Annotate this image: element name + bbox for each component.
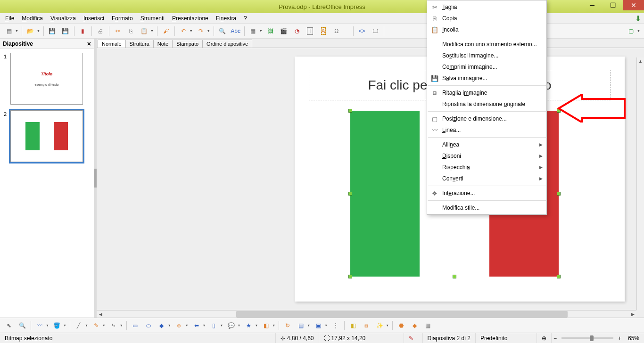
- rotate-tool[interactable]: ↻: [281, 319, 294, 332]
- menu-view[interactable]: Visualizza: [47, 14, 79, 23]
- ctx-edit-external[interactable]: Modifica con uno strumento esterno...: [427, 39, 546, 50]
- glue-tool[interactable]: ◆: [408, 319, 421, 332]
- fill-color-tool[interactable]: 🪣: [51, 319, 63, 332]
- slide-thumb-2[interactable]: 2: [4, 110, 90, 162]
- ctx-compress-image[interactable]: Comprimi immagine...: [427, 61, 546, 73]
- menu-insert[interactable]: Inserisci: [80, 14, 107, 23]
- horizontal-scrollbar[interactable]: ◀ ▶: [97, 310, 636, 318]
- ctx-save-image[interactable]: 💾 Salva immagine...: [427, 73, 546, 84]
- display-button[interactable]: 🖵: [369, 25, 381, 37]
- ctx-cut[interactable]: ✂ Taglia: [427, 1, 546, 13]
- ctx-mirror[interactable]: Rispecchia ▶: [427, 162, 546, 173]
- tab-handout[interactable]: Stampato: [172, 40, 203, 48]
- tab-normal[interactable]: Normale: [98, 40, 126, 48]
- maximize-button[interactable]: ☐: [603, 0, 623, 10]
- extrusion-tool[interactable]: ▦: [421, 319, 434, 332]
- menu-help[interactable]: ?: [240, 14, 250, 23]
- shadow-tool[interactable]: ◧: [347, 319, 359, 332]
- slide-panel-close[interactable]: ×: [87, 40, 91, 48]
- ctx-arrange[interactable]: Disponi ▶: [427, 150, 546, 162]
- resize-handle-tl[interactable]: [348, 109, 352, 113]
- save-button[interactable]: 💾: [46, 25, 58, 37]
- zoom-out-button[interactable]: −: [552, 333, 559, 343]
- undo-button[interactable]: ↶: [177, 25, 190, 37]
- slide-thumb-1[interactable]: 1 Titolo esempio di testo: [4, 53, 90, 105]
- ctx-copy[interactable]: ⎘ Copia: [427, 13, 546, 24]
- special-char-button[interactable]: Ω: [330, 25, 343, 37]
- ctx-align[interactable]: Allinea ▶: [427, 139, 546, 150]
- slide-layout-button[interactable]: ▢: [625, 25, 637, 37]
- ctx-original-size[interactable]: Ripristina la dimensione originale: [427, 98, 546, 110]
- resize-handle-mr[interactable]: [557, 192, 561, 196]
- resize-handle-br[interactable]: [557, 275, 561, 278]
- zoom-slider[interactable]: [561, 337, 613, 339]
- new-doc-button[interactable]: ▤: [3, 25, 15, 37]
- format-paint-button[interactable]: 🖌: [160, 25, 172, 37]
- resize-handle-ml[interactable]: [348, 192, 352, 196]
- ctx-interaction[interactable]: ❖ Interazione...: [427, 188, 546, 199]
- tab-outline[interactable]: Struttura: [125, 40, 154, 48]
- ctx-replace-image[interactable]: Sostituisci immagine...: [427, 50, 546, 61]
- star-tool[interactable]: ★: [242, 319, 255, 332]
- menu-tools[interactable]: Strumenti: [137, 14, 168, 23]
- ctx-convert[interactable]: Converti ▶: [427, 173, 546, 184]
- find-button[interactable]: 🔍: [216, 25, 229, 37]
- cut-button[interactable]: ✂: [112, 25, 124, 37]
- media-button[interactable]: 🎬: [278, 25, 290, 37]
- align-tool[interactable]: ▤: [295, 319, 307, 332]
- redo-button[interactable]: ↷: [195, 25, 207, 37]
- close-button[interactable]: ✕: [623, 0, 644, 10]
- arrow-shapes-tool[interactable]: ⬅: [190, 319, 203, 332]
- chart-button[interactable]: ◔: [291, 25, 303, 37]
- menu-file[interactable]: File: [2, 14, 17, 23]
- ctx-paste[interactable]: 📋 Incolla: [427, 24, 546, 35]
- status-fit-button[interactable]: ⊕: [537, 333, 552, 343]
- callout-tool[interactable]: 💬: [225, 319, 237, 332]
- image-button[interactable]: 🖼: [264, 25, 277, 37]
- tab-sorter[interactable]: Ordine diapositive: [202, 40, 252, 48]
- tab-notes[interactable]: Note: [153, 40, 173, 48]
- textbox-button[interactable]: T: [304, 25, 316, 37]
- zoom-level[interactable]: 65%: [623, 333, 644, 343]
- arrange-tool[interactable]: ▣: [312, 319, 324, 332]
- menu-presentation[interactable]: Presentazione: [169, 14, 212, 23]
- saveas-button[interactable]: 💾: [59, 25, 72, 37]
- ellipse-tool[interactable]: ⬭: [142, 319, 155, 332]
- 3d-tool[interactable]: ◧: [260, 319, 272, 332]
- ctx-crop-image[interactable]: ⧈ Ritaglia immagine: [427, 87, 546, 98]
- download-icon[interactable]: ⬇: [635, 14, 641, 23]
- zoom-in-button[interactable]: +: [616, 335, 623, 342]
- ctx-position-size[interactable]: ▢ Posizione e dimensione...: [427, 113, 546, 124]
- minimize-button[interactable]: ─: [582, 0, 603, 10]
- resize-handle-bl[interactable]: [348, 275, 352, 278]
- print-button[interactable]: 🖨: [94, 25, 107, 37]
- connector-tool[interactable]: ⤷: [107, 319, 120, 332]
- table-button[interactable]: ▦: [247, 25, 259, 37]
- rect-tool[interactable]: ▭: [129, 319, 141, 332]
- fontwork-button[interactable]: A: [317, 25, 330, 37]
- line-tool[interactable]: ╱: [73, 319, 85, 332]
- vertical-scrollbar[interactable]: ▲: [636, 57, 644, 310]
- resize-handle-bm[interactable]: [453, 275, 456, 278]
- crop-tool[interactable]: ⧈: [360, 319, 372, 332]
- menu-format[interactable]: Formato: [108, 14, 136, 23]
- distribute-tool[interactable]: ⋮: [330, 319, 342, 332]
- menu-edit[interactable]: Modifica: [18, 14, 46, 23]
- open-button[interactable]: 📂: [25, 25, 37, 37]
- select-tool[interactable]: ⬉: [3, 319, 15, 332]
- curve-tool[interactable]: ✎: [90, 319, 102, 332]
- spellcheck-button[interactable]: Abc: [230, 25, 242, 37]
- filter-tool[interactable]: ✨: [373, 319, 386, 332]
- zoom-tool[interactable]: 🔍: [16, 319, 28, 332]
- pdf-button[interactable]: ▮: [77, 25, 89, 37]
- ctx-line[interactable]: 〰 Linea...: [427, 124, 546, 136]
- paste-button[interactable]: 📋: [138, 25, 150, 37]
- points-tool[interactable]: ⬣: [395, 319, 407, 332]
- menu-window[interactable]: Finestra: [213, 14, 239, 23]
- basic-shapes-tool[interactable]: ◆: [156, 319, 168, 332]
- line-color-tool[interactable]: 〰: [33, 319, 46, 332]
- symbol-shapes-tool[interactable]: ☺: [173, 319, 185, 332]
- html-button[interactable]: <>: [356, 25, 368, 37]
- flowchart-tool[interactable]: ▯: [208, 319, 220, 332]
- ctx-edit-style[interactable]: Modifica stile...: [427, 202, 546, 213]
